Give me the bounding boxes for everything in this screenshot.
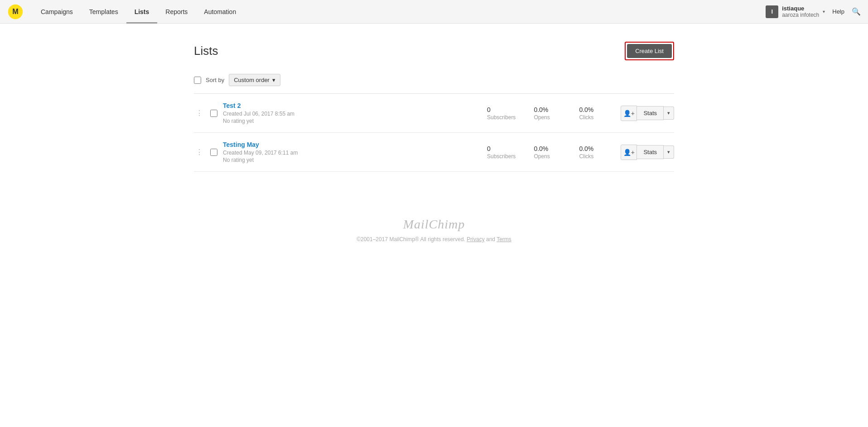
list-created-2: Created May 09, 2017 6:11 am xyxy=(223,150,482,156)
privacy-link[interactable]: Privacy xyxy=(467,236,484,243)
subscribers-value-2: 0 xyxy=(487,145,491,152)
opens-stat-2: 0.0% Opens xyxy=(534,145,561,160)
list-name-2[interactable]: Testing May xyxy=(223,141,259,148)
clicks-label-1: Clicks xyxy=(579,114,593,121)
user-org: aaroza infotech xyxy=(782,12,819,18)
mailchimp-logo[interactable]: M xyxy=(7,4,24,20)
sort-by-label: Sort by xyxy=(206,77,224,83)
opens-value-2: 0.0% xyxy=(534,145,548,152)
lists-container: ⋮ Test 2 Created Jul 06, 2017 8:55 am No… xyxy=(194,93,674,172)
list-item-checkbox-1[interactable] xyxy=(210,110,217,117)
list-stats-1: 0 Subscribers 0.0% Opens 0.0% Clicks xyxy=(487,106,606,121)
opens-stat-1: 0.0% Opens xyxy=(534,106,561,121)
search-icon[interactable]: 🔍 xyxy=(852,7,861,16)
subscribers-stat-2: 0 Subscribers xyxy=(487,145,516,160)
user-avatar: I xyxy=(766,5,778,18)
list-item: ⋮ Testing May Created May 09, 2017 6:11 … xyxy=(194,133,674,172)
nav-automation[interactable]: Automation xyxy=(196,0,244,24)
list-rating-2: No rating yet xyxy=(223,157,482,163)
sort-dropdown-value: Custom order xyxy=(234,77,270,83)
list-rating-1: No rating yet xyxy=(223,118,482,124)
nav-templates[interactable]: Templates xyxy=(81,0,126,24)
list-created-1: Created Jul 06, 2017 8:55 am xyxy=(223,111,482,117)
list-item-checkbox-2[interactable] xyxy=(210,149,217,156)
page-title: Lists xyxy=(194,44,218,58)
clicks-stat-2: 0.0% Clicks xyxy=(579,145,606,160)
opens-label-1: Opens xyxy=(534,114,550,121)
add-subscriber-icon-2: 👤+ xyxy=(623,149,635,156)
stats-dropdown-button-1[interactable]: ▾ xyxy=(664,107,674,120)
clicks-value-2: 0.0% xyxy=(579,145,593,152)
copyright-text: ©2001–2017 MailChimp® All rights reserve… xyxy=(357,236,465,243)
stats-chevron-icon-2: ▾ xyxy=(667,149,670,155)
nav-reports[interactable]: Reports xyxy=(157,0,196,24)
main-content: Lists Create List Sort by Custom order ▾… xyxy=(185,24,683,199)
opens-value-1: 0.0% xyxy=(534,106,548,113)
navbar-right: I istiaque aaroza infotech ▾ Help 🔍 xyxy=(766,5,861,18)
user-info: istiaque aaroza infotech xyxy=(782,5,819,18)
toolbar: Sort by Custom order ▾ xyxy=(194,74,674,86)
subscribers-stat-1: 0 Subscribers xyxy=(487,106,516,121)
drag-handle-icon[interactable]: ⋮ xyxy=(194,148,205,156)
clicks-label-2: Clicks xyxy=(579,153,593,160)
add-subscriber-button-2[interactable]: 👤+ xyxy=(621,145,637,160)
stats-button-1[interactable]: Stats xyxy=(637,106,664,120)
help-link[interactable]: Help xyxy=(832,8,844,15)
subscribers-value-1: 0 xyxy=(487,106,491,113)
user-menu[interactable]: I istiaque aaroza infotech ▾ xyxy=(766,5,825,18)
sort-dropdown[interactable]: Custom order ▾ xyxy=(229,74,280,86)
subscribers-label-1: Subscribers xyxy=(487,114,516,121)
footer: MailChimp ©2001–2017 MailChimp® All righ… xyxy=(0,199,868,252)
subscribers-label-2: Subscribers xyxy=(487,153,516,160)
nav-campaigns[interactable]: Campaigns xyxy=(33,0,81,24)
svg-text:M: M xyxy=(12,7,18,15)
list-item: ⋮ Test 2 Created Jul 06, 2017 8:55 am No… xyxy=(194,94,674,133)
list-item-info-2: Testing May Created May 09, 2017 6:11 am… xyxy=(223,141,482,163)
add-subscriber-icon-1: 👤+ xyxy=(623,110,635,117)
sort-dropdown-chevron-icon: ▾ xyxy=(272,77,275,83)
nav-links: Campaigns Templates Lists Reports Automa… xyxy=(33,0,766,24)
list-stats-2: 0 Subscribers 0.0% Opens 0.0% Clicks xyxy=(487,145,606,160)
select-all-checkbox[interactable] xyxy=(194,77,201,84)
terms-link[interactable]: Terms xyxy=(497,236,511,243)
clicks-value-1: 0.0% xyxy=(579,106,593,113)
and-text: and xyxy=(486,236,495,243)
drag-handle-icon[interactable]: ⋮ xyxy=(194,109,205,117)
list-item-info-1: Test 2 Created Jul 06, 2017 8:55 am No r… xyxy=(223,102,482,124)
list-name-1[interactable]: Test 2 xyxy=(223,102,241,109)
stats-chevron-icon-1: ▾ xyxy=(667,110,670,116)
create-list-btn-wrapper: Create List xyxy=(625,42,674,60)
opens-label-2: Opens xyxy=(534,153,550,160)
list-actions-1: 👤+ Stats ▾ xyxy=(621,106,674,121)
stats-button-2[interactable]: Stats xyxy=(637,145,664,159)
create-list-button[interactable]: Create List xyxy=(627,44,672,58)
user-menu-chevron-icon: ▾ xyxy=(823,9,825,14)
user-name: istiaque xyxy=(782,5,819,12)
nav-lists[interactable]: Lists xyxy=(126,0,158,24)
footer-logo: MailChimp xyxy=(0,217,868,232)
stats-dropdown-button-2[interactable]: ▾ xyxy=(664,146,674,159)
navbar: M Campaigns Templates Lists Reports Auto… xyxy=(0,0,868,24)
page-header: Lists Create List xyxy=(194,42,674,60)
add-subscriber-button-1[interactable]: 👤+ xyxy=(621,106,637,121)
footer-copyright: ©2001–2017 MailChimp® All rights reserve… xyxy=(0,236,868,243)
list-actions-2: 👤+ Stats ▾ xyxy=(621,145,674,160)
clicks-stat-1: 0.0% Clicks xyxy=(579,106,606,121)
